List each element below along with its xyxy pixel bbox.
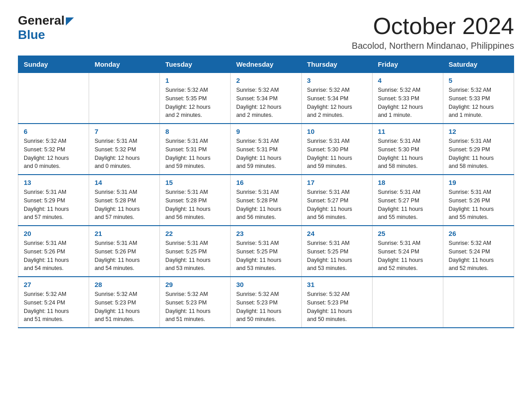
calendar-cell: 11Sunrise: 5:31 AMSunset: 5:30 PMDayligh… xyxy=(372,124,443,175)
cell-day-number: 24 xyxy=(307,230,367,237)
calendar-cell: 27Sunrise: 5:32 AMSunset: 5:24 PMDayligh… xyxy=(18,277,89,328)
cell-day-number: 10 xyxy=(307,128,367,135)
cell-info: Sunrise: 5:32 AMSunset: 5:35 PMDaylight:… xyxy=(165,86,225,120)
cell-day-number: 4 xyxy=(378,77,438,84)
cell-info: Sunrise: 5:32 AMSunset: 5:32 PMDaylight:… xyxy=(24,137,83,171)
cell-info: Sunrise: 5:32 AMSunset: 5:23 PMDaylight:… xyxy=(94,290,154,324)
cell-info: Sunrise: 5:32 AMSunset: 5:34 PMDaylight:… xyxy=(307,86,367,120)
cell-day-number: 13 xyxy=(24,179,83,186)
cell-info: Sunrise: 5:31 AMSunset: 5:25 PMDaylight:… xyxy=(165,239,225,273)
calendar-cell: 3Sunrise: 5:32 AMSunset: 5:34 PMDaylight… xyxy=(301,73,372,124)
cell-info: Sunrise: 5:31 AMSunset: 5:29 PMDaylight:… xyxy=(449,137,508,171)
cell-day-number: 30 xyxy=(236,281,296,288)
cell-day-number: 5 xyxy=(449,77,508,84)
cell-info: Sunrise: 5:31 AMSunset: 5:27 PMDaylight:… xyxy=(378,188,438,222)
cell-info: Sunrise: 5:31 AMSunset: 5:30 PMDaylight:… xyxy=(378,137,438,171)
calendar-week-row: 20Sunrise: 5:31 AMSunset: 5:26 PMDayligh… xyxy=(18,226,514,277)
calendar-table: SundayMondayTuesdayWednesdayThursdayFrid… xyxy=(18,56,514,328)
cell-day-number: 12 xyxy=(449,128,508,135)
calendar-cell: 26Sunrise: 5:32 AMSunset: 5:24 PMDayligh… xyxy=(443,226,514,277)
header-day-thursday: Thursday xyxy=(301,56,372,73)
calendar-cell: 16Sunrise: 5:31 AMSunset: 5:28 PMDayligh… xyxy=(231,175,301,226)
cell-day-number: 18 xyxy=(378,179,438,186)
cell-info: Sunrise: 5:32 AMSunset: 5:34 PMDaylight:… xyxy=(236,86,296,120)
cell-day-number: 6 xyxy=(24,128,83,135)
calendar-cell: 13Sunrise: 5:31 AMSunset: 5:29 PMDayligh… xyxy=(18,175,89,226)
cell-info: Sunrise: 5:31 AMSunset: 5:25 PMDaylight:… xyxy=(236,239,296,273)
cell-day-number: 1 xyxy=(165,77,225,84)
header-day-sunday: Sunday xyxy=(18,56,89,73)
calendar-cell: 23Sunrise: 5:31 AMSunset: 5:25 PMDayligh… xyxy=(231,226,301,277)
cell-info: Sunrise: 5:31 AMSunset: 5:26 PMDaylight:… xyxy=(449,188,508,222)
cell-day-number: 31 xyxy=(307,281,367,288)
calendar-cell: 12Sunrise: 5:31 AMSunset: 5:29 PMDayligh… xyxy=(443,124,514,175)
calendar-cell: 24Sunrise: 5:31 AMSunset: 5:25 PMDayligh… xyxy=(301,226,372,277)
logo-general-text: General xyxy=(18,13,64,28)
header-day-wednesday: Wednesday xyxy=(231,56,301,73)
calendar-cell: 29Sunrise: 5:32 AMSunset: 5:23 PMDayligh… xyxy=(160,277,231,328)
calendar-cell: 28Sunrise: 5:32 AMSunset: 5:23 PMDayligh… xyxy=(89,277,160,328)
calendar-cell: 21Sunrise: 5:31 AMSunset: 5:26 PMDayligh… xyxy=(89,226,160,277)
cell-info: Sunrise: 5:31 AMSunset: 5:26 PMDaylight:… xyxy=(24,239,83,273)
logo-blue-text: Blue xyxy=(18,28,45,42)
cell-info: Sunrise: 5:31 AMSunset: 5:26 PMDaylight:… xyxy=(94,239,154,273)
cell-day-number: 17 xyxy=(307,179,367,186)
cell-info: Sunrise: 5:32 AMSunset: 5:23 PMDaylight:… xyxy=(236,290,296,324)
calendar-header-row: SundayMondayTuesdayWednesdayThursdayFrid… xyxy=(18,56,514,73)
cell-info: Sunrise: 5:32 AMSunset: 5:24 PMDaylight:… xyxy=(24,290,83,324)
calendar-cell: 20Sunrise: 5:31 AMSunset: 5:26 PMDayligh… xyxy=(18,226,89,277)
calendar-cell xyxy=(443,277,514,328)
cell-day-number: 29 xyxy=(165,281,225,288)
cell-day-number: 27 xyxy=(24,281,83,288)
cell-day-number: 22 xyxy=(165,230,225,237)
calendar-week-row: 27Sunrise: 5:32 AMSunset: 5:24 PMDayligh… xyxy=(18,277,514,328)
header-day-friday: Friday xyxy=(372,56,443,73)
logo: General Blue xyxy=(18,13,74,42)
calendar-cell: 4Sunrise: 5:32 AMSunset: 5:33 PMDaylight… xyxy=(372,73,443,124)
cell-info: Sunrise: 5:31 AMSunset: 5:28 PMDaylight:… xyxy=(236,188,296,222)
cell-day-number: 20 xyxy=(24,230,83,237)
cell-day-number: 19 xyxy=(449,179,508,186)
cell-info: Sunrise: 5:31 AMSunset: 5:27 PMDaylight:… xyxy=(307,188,367,222)
calendar-week-row: 6Sunrise: 5:32 AMSunset: 5:32 PMDaylight… xyxy=(18,124,514,175)
cell-day-number: 9 xyxy=(236,128,296,135)
cell-info: Sunrise: 5:31 AMSunset: 5:31 PMDaylight:… xyxy=(236,137,296,171)
calendar-cell: 18Sunrise: 5:31 AMSunset: 5:27 PMDayligh… xyxy=(372,175,443,226)
calendar-cell xyxy=(18,73,89,124)
cell-day-number: 26 xyxy=(449,230,508,237)
cell-info: Sunrise: 5:32 AMSunset: 5:23 PMDaylight:… xyxy=(307,290,367,324)
title-block: October 2024 Bacolod, Northern Mindanao,… xyxy=(352,13,514,51)
page-header: General Blue October 2024 Bacolod, North… xyxy=(18,13,514,51)
calendar-week-row: 1Sunrise: 5:32 AMSunset: 5:35 PMDaylight… xyxy=(18,73,514,124)
calendar-cell: 6Sunrise: 5:32 AMSunset: 5:32 PMDaylight… xyxy=(18,124,89,175)
calendar-cell: 17Sunrise: 5:31 AMSunset: 5:27 PMDayligh… xyxy=(301,175,372,226)
calendar-cell: 14Sunrise: 5:31 AMSunset: 5:28 PMDayligh… xyxy=(89,175,160,226)
calendar-cell: 1Sunrise: 5:32 AMSunset: 5:35 PMDaylight… xyxy=(160,73,231,124)
header-day-tuesday: Tuesday xyxy=(160,56,231,73)
cell-day-number: 16 xyxy=(236,179,296,186)
calendar-cell: 30Sunrise: 5:32 AMSunset: 5:23 PMDayligh… xyxy=(231,277,301,328)
calendar-cell: 10Sunrise: 5:31 AMSunset: 5:30 PMDayligh… xyxy=(301,124,372,175)
cell-info: Sunrise: 5:31 AMSunset: 5:31 PMDaylight:… xyxy=(165,137,225,171)
cell-day-number: 8 xyxy=(165,128,225,135)
cell-day-number: 23 xyxy=(236,230,296,237)
calendar-cell: 31Sunrise: 5:32 AMSunset: 5:23 PMDayligh… xyxy=(301,277,372,328)
header-day-saturday: Saturday xyxy=(443,56,514,73)
calendar-cell: 25Sunrise: 5:31 AMSunset: 5:24 PMDayligh… xyxy=(372,226,443,277)
calendar-cell: 2Sunrise: 5:32 AMSunset: 5:34 PMDaylight… xyxy=(231,73,301,124)
cell-info: Sunrise: 5:32 AMSunset: 5:24 PMDaylight:… xyxy=(449,239,508,273)
calendar-cell: 8Sunrise: 5:31 AMSunset: 5:31 PMDaylight… xyxy=(160,124,231,175)
cell-info: Sunrise: 5:31 AMSunset: 5:24 PMDaylight:… xyxy=(378,239,438,273)
svg-marker-0 xyxy=(66,17,74,26)
logo-icon: General Blue xyxy=(18,13,74,42)
subtitle: Bacolod, Northern Mindanao, Philippines xyxy=(352,41,514,51)
cell-day-number: 11 xyxy=(378,128,438,135)
calendar-cell xyxy=(372,277,443,328)
cell-info: Sunrise: 5:31 AMSunset: 5:28 PMDaylight:… xyxy=(94,188,154,222)
cell-day-number: 28 xyxy=(94,281,154,288)
cell-day-number: 2 xyxy=(236,77,296,84)
calendar-week-row: 13Sunrise: 5:31 AMSunset: 5:29 PMDayligh… xyxy=(18,175,514,226)
cell-day-number: 21 xyxy=(94,230,154,237)
cell-day-number: 7 xyxy=(94,128,154,135)
main-title: October 2024 xyxy=(352,13,514,39)
